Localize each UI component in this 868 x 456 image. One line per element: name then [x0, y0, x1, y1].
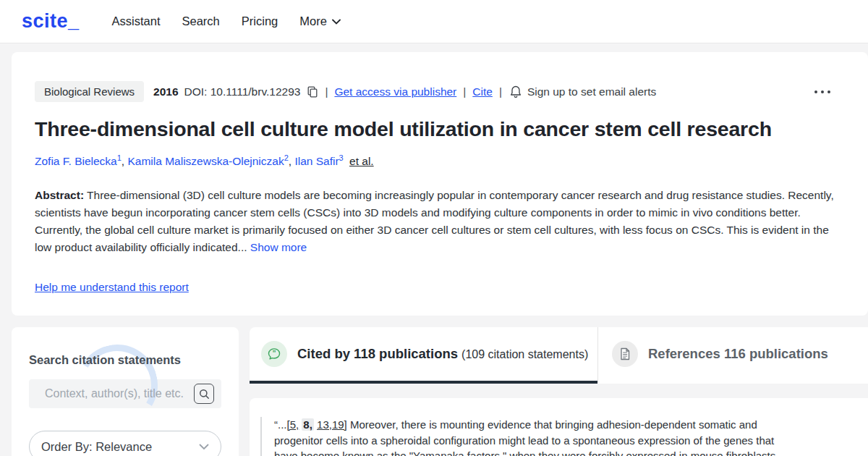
nav-item-assistant[interactable]: Assistant: [112, 14, 161, 28]
tabs-bar: ” Cited by 118 publications(109 citation…: [250, 327, 868, 384]
paper-year: 2016: [153, 85, 178, 98]
citation-statement-card: “...[5, 8, 13,19] Moreover, there is mou…: [250, 398, 868, 456]
paper-doi: DOI: 10.1111/brv.12293: [184, 85, 301, 98]
cited-by-label: Cited by 118 publications(109 citation s…: [297, 346, 588, 362]
reference-link[interactable]: 13,19]: [317, 418, 347, 431]
app-header: scite_ Assistant Search Pricing More: [0, 0, 868, 43]
citation-quote: “...[5, 8, 13,19] Moreover, there is mou…: [260, 417, 790, 456]
quote-text: Moreover, there is mounting evidence tha…: [274, 418, 775, 456]
paper-meta-row: Biological Reviews 2016 DOI: 10.1111/brv…: [35, 81, 845, 102]
scite-logo[interactable]: scite_: [22, 10, 80, 33]
separator: |: [463, 85, 466, 98]
nav-item-more[interactable]: More: [299, 14, 341, 28]
quote-opening: “...: [274, 418, 287, 431]
copy-doi-icon[interactable]: [307, 86, 318, 98]
citation-statements-count: (109 citation statements): [461, 348, 588, 360]
author-link[interactable]: Zofia F. Bielecka1: [35, 155, 122, 167]
sidebar-heading: Search citation statements: [29, 353, 221, 367]
citations-column: ” Cited by 118 publications(109 citation…: [250, 327, 868, 456]
more-options-icon[interactable]: [813, 86, 832, 98]
main-nav: Assistant Search Pricing More: [112, 14, 341, 28]
journal-badge[interactable]: Biological Reviews: [35, 81, 144, 102]
search-input[interactable]: [29, 379, 221, 408]
chevron-down-icon: [332, 19, 341, 25]
et-al-link[interactable]: et al.: [349, 155, 374, 167]
abstract: Abstract: Three-dimensional (3D) cell cu…: [35, 187, 845, 256]
search-citations-panel: Search citation statements Order By: Rel…: [12, 327, 239, 456]
email-alerts-link[interactable]: Sign up to set email alerts: [510, 85, 656, 98]
email-alerts-label: Sign up to set email alerts: [527, 85, 656, 98]
reference-link[interactable]: [5,: [287, 418, 299, 431]
author-link[interactable]: Ilan Safir3: [294, 155, 343, 167]
abstract-text: Three-dimensional (3D) cell culture mode…: [35, 189, 834, 253]
separator: |: [499, 85, 502, 98]
author-name: Ilan Safir: [294, 155, 339, 167]
help-report-link[interactable]: Help me understand this report: [35, 281, 189, 294]
tab-references[interactable]: References 116 publications: [597, 327, 868, 384]
show-more-link[interactable]: Show more: [250, 241, 307, 253]
nav-item-search[interactable]: Search: [182, 14, 220, 28]
bell-icon: [510, 85, 522, 98]
search-button[interactable]: [194, 384, 214, 404]
page-title: Three-dimensional cell culture model uti…: [35, 117, 845, 141]
author-name: Kamila Maliszewska-Olejniczak: [127, 155, 284, 167]
separator: |: [325, 85, 328, 98]
author-link[interactable]: Kamila Maliszewska-Olejniczak2: [127, 155, 288, 167]
svg-text:”: ”: [272, 350, 276, 358]
cited-by-count: Cited by 118 publications: [297, 346, 458, 361]
tab-cited-by[interactable]: ” Cited by 118 publications(109 citation…: [250, 327, 597, 384]
nav-item-pricing[interactable]: Pricing: [242, 14, 278, 28]
author-superscript: 3: [339, 153, 344, 162]
chevron-down-icon: [199, 444, 209, 450]
cite-link[interactable]: Cite: [472, 85, 493, 98]
citation-search: [29, 379, 221, 408]
references-label: References 116 publications: [648, 346, 828, 362]
authors-row: Zofia F. Bielecka1, Kamila Maliszewska-O…: [35, 153, 845, 168]
separator: ,: [289, 155, 292, 167]
nav-more-label: More: [299, 14, 327, 28]
paper-card: Biological Reviews 2016 DOI: 10.1111/brv…: [12, 52, 868, 316]
order-by-label: Order By: Relevance: [41, 440, 152, 454]
highlighted-reference: 8,: [302, 418, 314, 431]
smart-citation-icon: ”: [261, 341, 287, 367]
lower-section: Search citation statements Order By: Rel…: [12, 327, 868, 456]
document-icon: [612, 341, 638, 367]
get-access-link[interactable]: Get access via publisher: [334, 85, 456, 98]
order-by-select[interactable]: Order By: Relevance: [29, 431, 221, 456]
author-name: Zofia F. Bielecka: [35, 155, 117, 167]
abstract-label: Abstract:: [35, 189, 84, 201]
search-icon: [199, 389, 210, 400]
separator: ,: [122, 155, 124, 167]
